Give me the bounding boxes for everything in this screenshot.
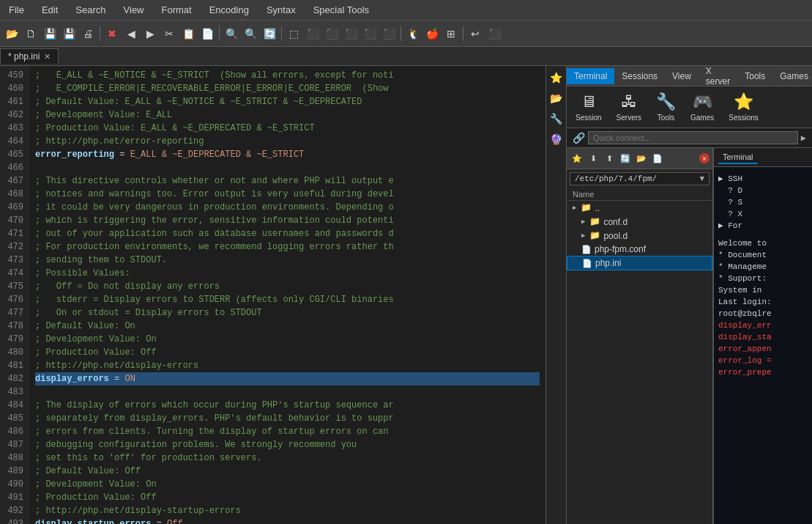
menu-encoding[interactable]: Encoding: [201, 1, 258, 18]
menu-special-tools[interactable]: Special Tools: [305, 1, 378, 18]
code-line: ; Production Value: Off: [35, 491, 540, 504]
code-line: ; E_ALL & ~E_NOTICE & ~E_STRICT (Show al…: [35, 69, 540, 82]
fb-refresh-btn[interactable]: 🔄: [618, 151, 633, 166]
quick-connect-input[interactable]: [588, 131, 798, 144]
fb-download-btn[interactable]: ⬇: [586, 151, 600, 166]
quick-connect-go-icon[interactable]: ▶: [801, 133, 806, 144]
menu-bar: File Edit Search View Format Encoding Sy…: [0, 0, 812, 21]
line-number: 474: [0, 267, 29, 280]
fb-file-btn[interactable]: 📄: [650, 151, 665, 166]
terminal-tab-label[interactable]: Terminal: [718, 151, 758, 164]
code-line: ; The display of errors which occur duri…: [35, 399, 540, 412]
toolbar-close[interactable]: ✖: [103, 25, 121, 43]
file-name: php-fpm.conf: [595, 244, 646, 254]
terminal-content[interactable]: ▶ SSH ? D ? S ? X▶ ForWelcome to* Docume…: [714, 167, 812, 524]
toolbar-replace[interactable]: 🔄: [261, 25, 278, 43]
sidebar-tools-icon[interactable]: 🔧: [548, 110, 565, 128]
toolbar-print[interactable]: 🖨: [79, 25, 97, 43]
file-icon: 📄: [581, 245, 592, 254]
toolbar-paste[interactable]: 📄: [198, 25, 216, 43]
toolbar-new[interactable]: 📂: [3, 25, 21, 43]
terminal-ssh-header: ▶ SSH: [718, 173, 808, 185]
games-panel[interactable]: 🎮 Games: [686, 91, 718, 123]
menu-view[interactable]: View: [115, 1, 153, 18]
file-item[interactable]: 📄php.ini: [567, 256, 712, 270]
tab-tools[interactable]: Tools: [737, 68, 772, 84]
code-line: display_startup_errors = Off: [35, 517, 540, 524]
sessions-label: Sessions: [729, 114, 759, 122]
servers-panel[interactable]: 🖧 Servers: [612, 91, 646, 123]
sidebar-magic-icon[interactable]: 🔮: [548, 130, 565, 148]
toolbar-search2[interactable]: 🔍: [242, 25, 259, 43]
sidebar-folder-icon[interactable]: 📂: [548, 89, 565, 107]
menu-search[interactable]: Search: [67, 1, 114, 18]
file-item[interactable]: ▶📁conf.d: [567, 215, 712, 229]
file-item[interactable]: ▶📁..: [567, 201, 712, 215]
file-item[interactable]: ▶📁pool.d: [567, 229, 712, 243]
tab-terminal[interactable]: Terminal: [567, 68, 614, 84]
menu-file[interactable]: File: [0, 1, 33, 18]
terminal-line: System in: [718, 284, 808, 296]
fb-folder-btn[interactable]: 📂: [634, 151, 649, 166]
toolbar-search[interactable]: 🔍: [223, 25, 240, 43]
tab-close-icon[interactable]: ✕: [44, 52, 51, 62]
tab-xserver[interactable]: X server: [699, 66, 737, 89]
menu-syntax[interactable]: Syntax: [258, 1, 305, 18]
toolbar-apple[interactable]: 🍎: [423, 25, 441, 43]
toolbar-box4[interactable]: ⬛: [380, 25, 398, 43]
terminal-line: display_sta: [718, 331, 808, 343]
toolbar-back[interactable]: ◀: [122, 25, 140, 43]
toolbar-linux[interactable]: 🐧: [404, 25, 422, 43]
code-line: ; notices and warnings too. Error output…: [35, 188, 540, 201]
folder-icon: 📁: [581, 202, 592, 213]
fb-upload-btn[interactable]: ⬆: [602, 151, 617, 166]
toolbar-box5[interactable]: ⬛: [485, 25, 503, 43]
toolbar-cut[interactable]: ✂: [160, 25, 178, 43]
toolbar-save[interactable]: 💾: [60, 25, 78, 43]
toolbar-box1[interactable]: ⬛: [323, 25, 340, 43]
menu-format[interactable]: Format: [153, 1, 201, 18]
tab-sessions[interactable]: Sessions: [614, 68, 665, 84]
toolbar-indent[interactable]: ⬚: [285, 25, 302, 43]
toolbar-sep-5: [463, 26, 463, 41]
fb-close-btn[interactable]: ✕: [699, 153, 709, 163]
session-panel[interactable]: 🖥 Session: [571, 91, 606, 123]
fb-star-btn[interactable]: ⭐: [570, 151, 584, 166]
code-content[interactable]: ; E_ALL & ~E_NOTICE & ~E_STRICT (Show al…: [29, 66, 545, 524]
line-numbers: 4594604614624634644654664674684694704714…: [0, 66, 29, 524]
code-line: ; http://php.net/display-errors: [35, 359, 540, 372]
toolbar-box2[interactable]: ⬛: [342, 25, 360, 43]
code-line: ; Production Value: E_ALL & ~E_DEPRECATE…: [35, 122, 540, 135]
line-number: 463: [0, 122, 29, 135]
tab-games[interactable]: Games: [772, 68, 812, 84]
file-item[interactable]: 📄php-fpm.conf: [567, 243, 712, 256]
tab-view[interactable]: View: [665, 68, 699, 84]
main-area: 4594604614624634644654664674684694704714…: [0, 66, 812, 524]
path-chevron-icon: ▼: [699, 174, 704, 183]
toolbar-open[interactable]: 🗋: [22, 25, 40, 43]
tab-php-ini[interactable]: * php.ini ✕: [0, 48, 59, 64]
toolbar-forward[interactable]: ▶: [141, 25, 159, 43]
file-list[interactable]: ▶📁..▶📁conf.d▶📁pool.d📄php-fpm.conf📄php.in…: [567, 201, 712, 524]
toolbar-save-green[interactable]: 💾: [41, 25, 59, 43]
code-line: ; Development Value: On: [35, 478, 540, 491]
line-number: 487: [0, 438, 29, 451]
tools-panel[interactable]: 🔧 Tools: [652, 91, 680, 123]
toolbar-outdent[interactable]: ⬛: [304, 25, 321, 43]
terminal-line: ? X: [718, 208, 808, 220]
menu-edit[interactable]: Edit: [33, 1, 67, 18]
code-container[interactable]: 4594604614624634644654664674684694704714…: [0, 66, 545, 524]
sidebar-star-icon[interactable]: ⭐: [548, 69, 565, 86]
sessions-panel[interactable]: ⭐ Sessions: [724, 91, 763, 123]
toolbar-sep-3: [281, 26, 282, 41]
folder-name: ..: [595, 203, 600, 213]
code-line: ; out of your application such as databa…: [35, 227, 540, 240]
toolbar-copy[interactable]: 📋: [179, 25, 197, 43]
toolbar-win[interactable]: ⊞: [442, 25, 460, 43]
panels-row: ⭐ ⬇ ⬆ 🔄 📂 📄 ✕ /etc/php/7.4/fpm/ ▼ Name: [567, 148, 812, 524]
path-text: /etc/php/7.4/fpm/: [575, 174, 657, 183]
toolbar-undo[interactable]: ↩: [466, 25, 484, 43]
line-number: 459: [0, 69, 29, 82]
toolbar-box3[interactable]: ⬛: [361, 25, 379, 43]
tools-label: Tools: [658, 114, 674, 122]
